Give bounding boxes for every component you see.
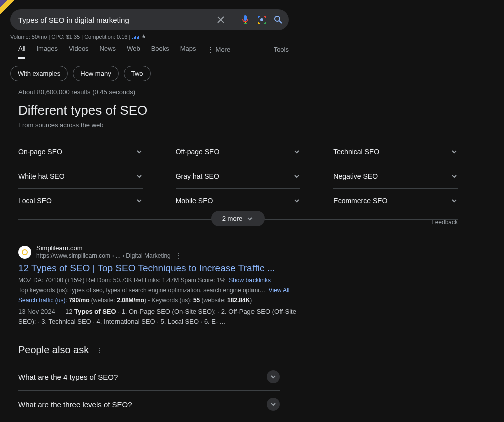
chevron-down-icon [293, 173, 300, 180]
result-traffic: Search traffic (us): 790/mo (website: 2.… [18, 297, 297, 304]
chip-how-many[interactable]: How many [73, 66, 118, 81]
chevron-down-icon [293, 197, 300, 204]
people-also-ask: People also ask ⋮ What are the 4 types o… [18, 344, 280, 422]
result-menu-icon[interactable]: ⋮ [175, 252, 182, 260]
result-seo-meta: MOZ DA: 70/100 (+15%) Ref Dom: 50.73K Re… [18, 277, 297, 284]
result-url: https://www.simplilearn.com › ... › Digi… [36, 252, 171, 259]
tab-all[interactable]: All [18, 45, 25, 59]
seo-type-item[interactable]: Technical SEO [333, 140, 458, 164]
svg-point-3 [260, 18, 263, 21]
search-bar[interactable] [10, 9, 289, 30]
chip-two[interactable]: Two [124, 66, 151, 81]
seo-type-item[interactable]: Mobile SEO [176, 189, 301, 213]
more-menu[interactable]: ⋮More [207, 46, 231, 58]
search-result: Simplilearn.com https://www.simplilearn.… [18, 244, 297, 326]
site-favicon [18, 246, 31, 259]
seo-type-item[interactable]: On-page SEO [18, 140, 143, 164]
seo-type-item[interactable]: Off-page SEO [176, 140, 301, 164]
chevron-down-icon [267, 398, 280, 411]
chevron-down-icon [246, 215, 254, 222]
tab-news[interactable]: News [100, 45, 116, 59]
seo-type-item[interactable]: White hat SEO [18, 164, 143, 189]
result-keywords: Top keywords (us): types of seo, types o… [18, 287, 297, 294]
result-site-name: Simplilearn.com [36, 244, 182, 252]
result-title-link[interactable]: 12 Types of SEO | Top SEO Techniques to … [18, 263, 297, 274]
chevron-down-icon [267, 370, 280, 383]
lens-icon[interactable] [257, 15, 267, 25]
tab-images[interactable]: Images [36, 45, 58, 59]
tab-books[interactable]: Books [151, 45, 169, 59]
seo-type-item[interactable]: Ecommerce SEO [333, 189, 458, 213]
tab-videos[interactable]: Videos [69, 45, 89, 59]
tab-maps[interactable]: Maps [180, 45, 196, 59]
seo-type-item[interactable]: Negative SEO [333, 164, 458, 189]
mic-icon[interactable] [241, 15, 249, 25]
svg-point-4 [275, 16, 280, 21]
seo-type-item[interactable]: Gray hat SEO [176, 164, 301, 189]
result-snippet: 13 Nov 2024 — 12 Types of SEO · 1. On-Pa… [18, 307, 297, 326]
section-heading: Different types of SEO [18, 103, 494, 118]
bars-icon [132, 34, 139, 39]
show-more-button[interactable]: 2 more [211, 211, 265, 226]
search-icon[interactable] [274, 15, 283, 24]
view-all-link[interactable]: View All [269, 287, 290, 294]
chevron-down-icon [451, 173, 458, 180]
tab-web[interactable]: Web [127, 45, 140, 59]
svg-line-5 [279, 21, 282, 23]
nav-tabs: All Images Videos News Web Books Maps [10, 45, 196, 59]
show-backlinks-link[interactable]: Show backlinks [229, 277, 271, 284]
divider [233, 14, 233, 26]
chevron-down-icon [451, 197, 458, 204]
seo-types-grid: On-page SEO Off-page SEO Technical SEO W… [18, 140, 458, 213]
seo-type-item[interactable]: Local SEO [18, 189, 143, 213]
seo-extension-meta: Volume: 50/mo | CPC: $1.35 | Competition… [10, 33, 494, 40]
paa-menu-icon[interactable]: ⋮ [96, 346, 103, 354]
chevron-down-icon [293, 148, 300, 155]
paa-question[interactable]: What are the 4 types of SEO? [18, 363, 280, 390]
search-input[interactable] [18, 16, 217, 24]
paa-title: People also ask [18, 344, 89, 356]
paa-question[interactable]: How does SEO work step by step? [18, 418, 280, 422]
chevron-down-icon [451, 148, 458, 155]
svg-rect-0 [244, 15, 247, 21]
results-count: About 80,600,000 results (0.45 seconds) [0, 81, 504, 96]
corner-badge [0, 0, 14, 14]
section-subheading: From sources across the web [18, 121, 494, 129]
chevron-down-icon [136, 173, 143, 180]
clear-icon[interactable] [217, 16, 225, 24]
chip-with-examples[interactable]: With examples [10, 66, 68, 81]
paa-question[interactable]: What are the three levels of SEO? [18, 390, 280, 418]
chevron-down-icon [136, 197, 143, 204]
feedback-link[interactable]: Feedback [431, 219, 458, 226]
chevron-down-icon [136, 148, 143, 155]
tools-button[interactable]: Tools [274, 46, 289, 58]
